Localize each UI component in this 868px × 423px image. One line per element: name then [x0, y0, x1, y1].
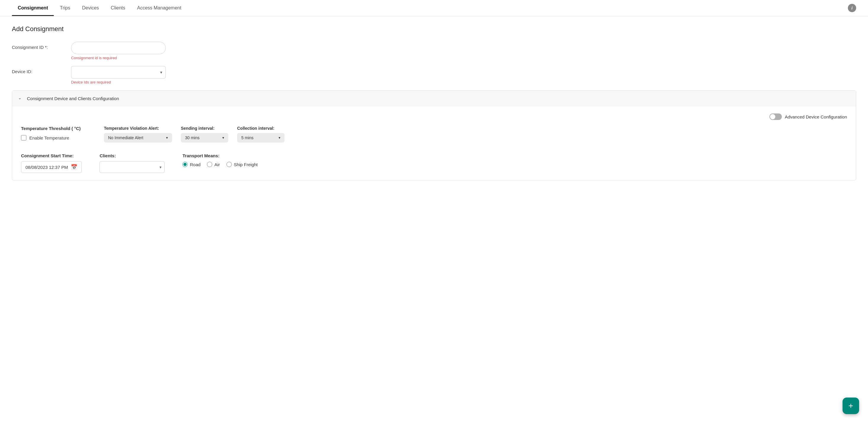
alert-section: Temperature Violation Alert: No Immediat… — [104, 126, 847, 143]
start-time-label: Consignment Start Time: — [21, 153, 82, 158]
collection-interval-arrow-icon: ▾ — [279, 136, 280, 140]
top-nav: Consignment Trips Devices Clients Access… — [0, 0, 868, 16]
advanced-toggle-switch[interactable] — [769, 114, 782, 120]
calendar-icon[interactable]: 📅 — [71, 164, 77, 170]
sending-interval-label: Sending interval: — [181, 126, 228, 131]
device-id-select[interactable] — [71, 66, 166, 79]
toggle-slider — [769, 114, 782, 120]
consignment-id-error: Consignment id is required — [71, 56, 166, 60]
sending-interval-dropdown[interactable]: 30 mins ▾ — [181, 133, 228, 143]
section-header[interactable]: ⌄ Consignment Device and Clients Configu… — [12, 91, 856, 107]
transport-ship-freight-label: Ship Freight — [234, 162, 258, 167]
tab-access-management[interactable]: Access Management — [131, 0, 187, 16]
sending-interval-field: Sending interval: 30 mins ▾ — [181, 126, 228, 143]
collection-interval-field: Collection interval: 5 mins ▾ — [237, 126, 284, 143]
consignment-id-input[interactable] — [71, 42, 166, 54]
tab-clients[interactable]: Clients — [105, 0, 131, 16]
device-id-field-wrap: ▾ Device Ids are required — [71, 66, 166, 84]
device-id-label: Device ID: — [12, 66, 71, 74]
main-content: Add Consignment Consignment ID *: Consig… — [0, 16, 868, 189]
transport-air-label: Air — [214, 162, 220, 167]
device-id-select-wrap: ▾ — [71, 66, 166, 79]
tab-consignment[interactable]: Consignment — [12, 0, 54, 16]
temp-threshold-title: Temperature Threshold ( °C) — [21, 126, 92, 131]
info-icon[interactable]: i — [848, 4, 856, 12]
temp-section: Temperature Threshold ( °C) Enable Tempe… — [21, 126, 92, 141]
datetime-input-wrap[interactable]: 08/08/2023 12:37 PM 📅 — [21, 161, 82, 173]
transport-road-radio[interactable] — [182, 162, 188, 167]
advanced-toggle-row: Advanced Device Configuration — [21, 114, 847, 120]
config-row: Temperature Threshold ( °C) Enable Tempe… — [21, 126, 847, 143]
transport-label: Transport Means: — [182, 153, 257, 158]
clients-select[interactable] — [99, 161, 164, 173]
transport-ship-freight-option[interactable]: Ship Freight — [226, 162, 258, 167]
transport-road-label: Road — [190, 162, 200, 167]
consignment-id-label: Consignment ID *: — [12, 42, 71, 50]
device-id-error: Device Ids are required — [71, 80, 166, 84]
tab-devices[interactable]: Devices — [76, 0, 105, 16]
violation-alert-field: Temperature Violation Alert: No Immediat… — [104, 126, 172, 143]
violation-alert-label: Temperature Violation Alert: — [104, 126, 172, 131]
consignment-id-field-wrap: Consignment id is required — [71, 42, 166, 60]
transport-road-option[interactable]: Road — [182, 162, 200, 167]
violation-alert-value: No Immediate Alert — [108, 135, 143, 140]
app-container: Consignment Trips Devices Clients Access… — [0, 0, 868, 423]
clients-label: Clients: — [99, 153, 164, 158]
transport-options: Road Air Ship Freight — [182, 162, 257, 167]
violation-alert-arrow-icon: ▾ — [166, 136, 168, 140]
violation-alert-dropdown[interactable]: No Immediate Alert ▾ — [104, 133, 172, 143]
sending-interval-arrow-icon: ▾ — [222, 136, 224, 140]
advanced-toggle-label: Advanced Device Configuration — [785, 114, 847, 119]
start-time-section: Consignment Start Time: 08/08/2023 12:37… — [21, 153, 82, 173]
section-title: Consignment Device and Clients Configura… — [27, 96, 119, 101]
clients-select-wrap: ▾ — [99, 161, 164, 173]
transport-section: Transport Means: Road Air — [182, 153, 257, 167]
bottom-row: Consignment Start Time: 08/08/2023 12:37… — [21, 153, 847, 173]
tab-trips[interactable]: Trips — [54, 0, 76, 16]
enable-temp-row: Enable Temperature — [21, 135, 92, 141]
fab-add-button[interactable]: + — [842, 397, 859, 414]
transport-air-radio[interactable] — [207, 162, 212, 167]
sending-interval-value: 30 mins — [185, 135, 199, 140]
collection-interval-value: 5 mins — [241, 135, 253, 140]
datetime-value: 08/08/2023 12:37 PM — [26, 165, 68, 170]
enable-temp-label: Enable Temperature — [29, 135, 69, 141]
transport-ship-freight-radio[interactable] — [226, 162, 232, 167]
config-section-box: ⌄ Consignment Device and Clients Configu… — [12, 90, 856, 180]
device-id-group: Device ID: ▾ Device Ids are required — [12, 66, 856, 84]
consignment-id-group: Consignment ID *: Consignment id is requ… — [12, 42, 856, 60]
page-title: Add Consignment — [12, 25, 856, 33]
collection-interval-dropdown[interactable]: 5 mins ▾ — [237, 133, 284, 143]
section-content: Advanced Device Configuration Temperatur… — [12, 107, 856, 180]
enable-temp-checkbox[interactable] — [21, 135, 26, 141]
clients-section: Clients: ▾ — [99, 153, 164, 173]
collection-interval-label: Collection interval: — [237, 126, 284, 131]
chevron-down-icon: ⌄ — [18, 95, 24, 101]
transport-air-option[interactable]: Air — [207, 162, 220, 167]
fab-add-icon: + — [848, 401, 853, 411]
